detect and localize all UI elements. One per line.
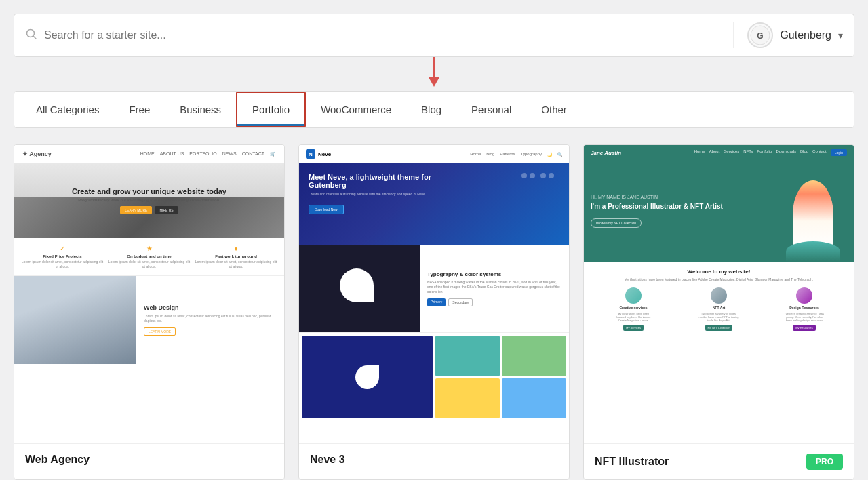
neve-blue-block bbox=[502, 378, 566, 419]
nft-service-3: Design Resources I've been creating art … bbox=[784, 287, 825, 331]
template-card-neve3[interactable]: N Neve HomeBlogPatternsTypography🌙🔍 Meet… bbox=[298, 144, 570, 480]
nft-hero-title: I'm a Professional Illustrator & NFT Art… bbox=[591, 202, 847, 211]
agency-feature-2: ★ On budget and on time Lorem ipsum dolo… bbox=[108, 245, 191, 268]
feature-2-text: Lorem ipsum dolor sit amet, consectetur … bbox=[108, 260, 191, 268]
template-card-nft-illustrator[interactable]: Jane Austin HomeAboutServicesNFTsPortfol… bbox=[583, 144, 854, 480]
agency-img-inner bbox=[14, 276, 136, 364]
svg-point-0 bbox=[27, 29, 35, 37]
template-preview-nft: Jane Austin HomeAboutServicesNFTsPortfol… bbox=[584, 145, 854, 443]
agency-section2-text: Lorem ipsum dolor sit amet, consectetur … bbox=[144, 314, 276, 323]
nft-service-3-title: Design Resources bbox=[789, 306, 819, 310]
category-all-categories[interactable]: All Categories bbox=[21, 92, 114, 127]
category-personal[interactable]: Personal bbox=[456, 92, 526, 127]
nft-logo: Jane Austin bbox=[591, 150, 621, 156]
search-bar: G Gutenberg ▾ bbox=[14, 14, 854, 57]
template-name-web-agency: Web Agency bbox=[25, 454, 90, 466]
neve-section3 bbox=[299, 333, 569, 421]
neve-half-circle bbox=[340, 268, 374, 302]
nft-service-1: Creative services My illustrations have … bbox=[613, 287, 654, 331]
agency-section2-image bbox=[14, 276, 136, 364]
nft-services: Creative services My illustrations have … bbox=[591, 287, 847, 331]
neve-shape-container bbox=[340, 268, 380, 309]
chevron-down-icon: ▾ bbox=[838, 30, 843, 41]
template-name-neve3: Neve 3 bbox=[310, 454, 345, 466]
neve-dark-block bbox=[302, 336, 433, 418]
agency-section2: Web Design Lorem ipsum dolor sit amet, c… bbox=[14, 276, 284, 364]
category-blog[interactable]: Blog bbox=[406, 92, 456, 127]
template-card-web-agency[interactable]: ✦ Agency HOMEABOUT USPORTFOLIONEWSCONTAC… bbox=[14, 144, 285, 480]
builder-name: Gutenberg bbox=[780, 29, 831, 41]
feature-3-title: Fast work turnaround bbox=[195, 254, 277, 258]
feature-1-title: Fixed Price Projects bbox=[21, 254, 104, 258]
page-container: G Gutenberg ▾ All Categories Free Busine… bbox=[14, 14, 854, 480]
feature-2-title: On budget and on time bbox=[108, 254, 191, 258]
agency-text-block: Web Design Lorem ipsum dolor sit amet, c… bbox=[136, 276, 284, 364]
categories-bar: All Categories Free Business Portfolio W… bbox=[14, 91, 854, 128]
category-business[interactable]: Business bbox=[165, 92, 236, 127]
nft-service-1-text: My illustrations have been featured in p… bbox=[613, 312, 654, 323]
neve-tags: Primary Secondary bbox=[427, 298, 562, 306]
nft-avatar-2 bbox=[711, 287, 727, 304]
category-other[interactable]: Other bbox=[526, 92, 582, 127]
category-free[interactable]: Free bbox=[114, 92, 165, 127]
nft-service-2-title: NFT Art bbox=[713, 306, 725, 310]
neve-section2-text: NASA snapped it making waves in the Mart… bbox=[427, 280, 562, 294]
nft-hero-btn[interactable]: Browse my NFT Collection bbox=[591, 218, 642, 228]
neve-section2-title: Typography & color systems bbox=[427, 271, 562, 277]
neve-hero-dots bbox=[520, 170, 555, 182]
search-input[interactable] bbox=[44, 29, 733, 41]
neve-color-grid bbox=[435, 336, 566, 418]
agency-learn-more-btn[interactable]: LEARN MORE bbox=[120, 206, 152, 214]
agency-hero-sub: Programmatically work but low hanging fr… bbox=[72, 198, 226, 202]
agency-nav-bar: ✦ Agency HOMEABOUT USPORTFOLIONEWSCONTAC… bbox=[14, 145, 284, 163]
template-footer-neve3: Neve 3 bbox=[299, 443, 569, 475]
template-footer-nft: NFT Illustrator PRO bbox=[584, 443, 854, 479]
nft-service-3-text: I've been creating art since I was young… bbox=[784, 312, 825, 323]
builder-logo: G bbox=[747, 22, 773, 48]
nft-hero-text: HI, MY NAME IS JANE AUSTIN I'm a Profess… bbox=[591, 195, 847, 228]
feature-star-icon: ★ bbox=[108, 245, 191, 252]
agency-section2-title: Web Design bbox=[144, 304, 276, 311]
neve-hero-title: Meet Neve, a lightweight theme for Guten… bbox=[309, 173, 459, 189]
nft-service-2-btn[interactable]: My NFT Collection bbox=[705, 325, 733, 331]
agency-hero-buttons: LEARN MORE HIRE US bbox=[72, 206, 226, 214]
nft-login-btn[interactable]: Login bbox=[831, 149, 847, 156]
neve-tag-secondary[interactable]: Secondary bbox=[448, 298, 473, 306]
nft-hero-subtitle: HI, MY NAME IS JANE AUSTIN bbox=[591, 195, 847, 199]
category-portfolio[interactable]: Portfolio bbox=[236, 92, 306, 127]
pro-badge-nft: PRO bbox=[806, 454, 843, 470]
nft-service-1-btn[interactable]: My Services bbox=[623, 325, 644, 331]
nft-service-1-title: Creative services bbox=[619, 306, 647, 310]
neve-hero: Meet Neve, a lightweight theme for Guten… bbox=[299, 163, 569, 245]
template-preview-web-agency: ✦ Agency HOMEABOUT USPORTFOLIONEWSCONTAC… bbox=[14, 145, 284, 443]
builder-select[interactable]: G Gutenberg ▾ bbox=[733, 22, 843, 48]
feature-diamond-icon: ♦ bbox=[195, 245, 277, 252]
neve-green-block bbox=[502, 336, 566, 376]
arrow-line bbox=[433, 57, 435, 77]
agency-logo: ✦ Agency bbox=[22, 151, 52, 157]
agency-features: ✓ Fixed Price Projects Lorem ipsum dolor… bbox=[14, 238, 284, 276]
agency-section2-btn[interactable]: LEARN MORE bbox=[144, 327, 176, 336]
neve-tag-primary[interactable]: Primary bbox=[427, 298, 446, 306]
agency-hire-us-btn[interactable]: HIRE US bbox=[155, 206, 178, 214]
category-woocommerce[interactable]: WooCommerce bbox=[306, 92, 406, 127]
neve-section2: Typography & color systems NASA snapped … bbox=[299, 245, 569, 333]
nft-avatar-3 bbox=[796, 287, 812, 304]
feature-check-icon: ✓ bbox=[21, 245, 104, 252]
neve-gold-block bbox=[435, 378, 500, 419]
neve-hero-btn[interactable]: Download Now bbox=[309, 205, 344, 214]
neve-logo: N Neve bbox=[306, 149, 331, 159]
neve-nav-bar: N Neve HomeBlogPatternsTypography🌙🔍 bbox=[299, 145, 569, 163]
agency-nav: HOMEABOUT USPORTFOLIONEWSCONTACT🛒 bbox=[140, 151, 276, 157]
nft-service-3-btn[interactable]: My Resources bbox=[793, 325, 816, 331]
template-footer-web-agency: Web Agency bbox=[14, 443, 284, 475]
neve-hero-sub: Create and maintain a stunning website w… bbox=[309, 192, 447, 196]
neve-inner-shape bbox=[355, 365, 379, 389]
nft-section2-title: Welcome to my website! bbox=[591, 268, 847, 275]
nft-hero: HI, MY NAME IS JANE AUSTIN I'm a Profess… bbox=[584, 160, 854, 262]
annotation-arrow bbox=[380, 57, 488, 91]
templates-grid: ✦ Agency HOMEABOUT USPORTFOLIONEWSCONTAC… bbox=[14, 144, 854, 480]
search-icon bbox=[25, 28, 37, 43]
feature-1-text: Lorem ipsum dolor sit amet, consectetur … bbox=[21, 260, 104, 268]
nft-avatar-1 bbox=[625, 287, 642, 304]
